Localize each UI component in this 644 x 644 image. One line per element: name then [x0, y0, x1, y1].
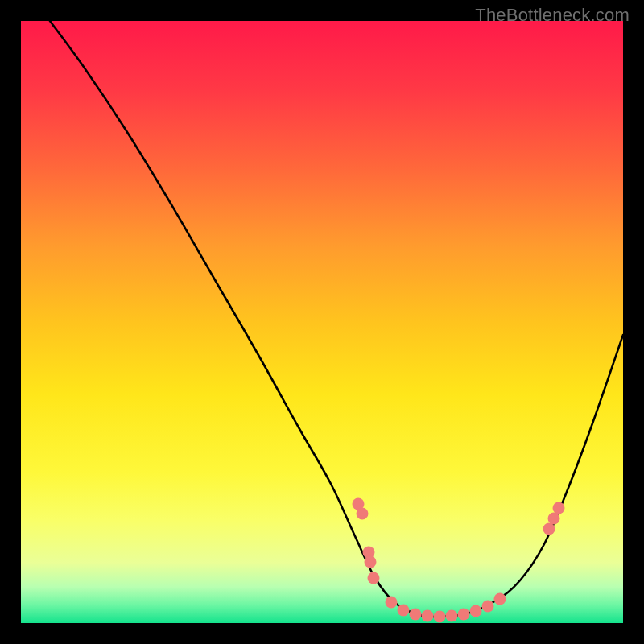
marker-dot — [482, 601, 494, 613]
bottleneck-curve — [21, 21, 623, 623]
marker-dot — [357, 508, 369, 520]
marker-dot — [365, 556, 377, 568]
marker-dot — [553, 502, 565, 514]
scatter-markers — [353, 498, 565, 623]
marker-dot — [398, 605, 410, 617]
plot-frame — [21, 21, 623, 623]
marker-dot — [548, 513, 560, 525]
marker-dot — [470, 605, 482, 617]
marker-dot — [434, 611, 446, 623]
marker-dot — [410, 609, 422, 621]
marker-dot — [386, 597, 398, 609]
curve-left-path — [50, 21, 440, 617]
curve-right-path — [440, 335, 623, 617]
marker-dot — [543, 523, 555, 535]
marker-dot — [458, 609, 470, 621]
marker-dot — [422, 610, 434, 622]
marker-dot — [446, 610, 458, 622]
marker-dot — [368, 572, 380, 584]
marker-dot — [494, 593, 506, 605]
